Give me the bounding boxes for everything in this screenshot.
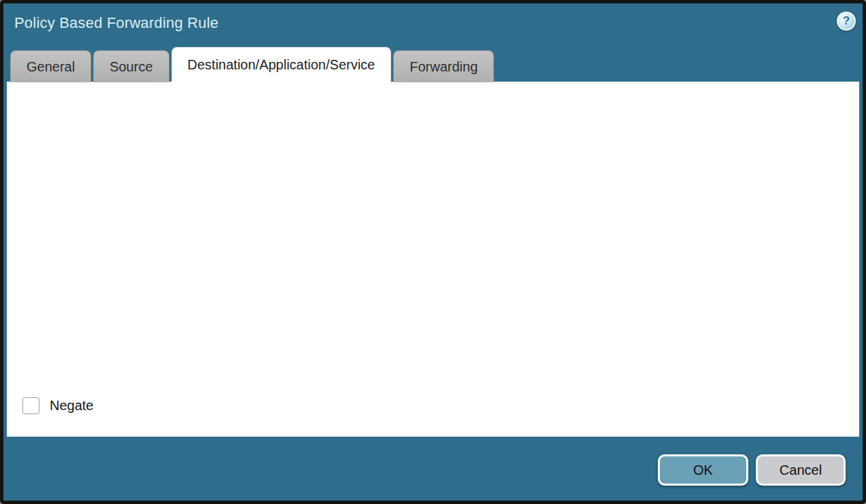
dialog-title: Policy Based Forwarding Rule xyxy=(14,14,218,32)
tab-forwarding[interactable]: Forwarding xyxy=(393,50,494,82)
tab-general[interactable]: General xyxy=(10,50,91,82)
help-icon[interactable]: ? xyxy=(837,12,856,31)
tab-source[interactable]: Source xyxy=(93,50,169,82)
tab-bar: General Source Destination/Application/S… xyxy=(10,47,496,82)
cancel-button[interactable]: Cancel xyxy=(756,454,846,486)
ok-button[interactable]: OK xyxy=(658,454,748,486)
negate-option: Negate xyxy=(22,397,94,414)
policy-based-forwarding-dialog: Policy Based Forwarding Rule ? General S… xyxy=(0,0,866,504)
tab-destination-application-service[interactable]: Destination/Application/Service xyxy=(171,47,392,82)
tab-content-panel xyxy=(7,82,859,437)
negate-checkbox[interactable] xyxy=(22,397,39,414)
negate-label: Negate xyxy=(50,398,94,414)
